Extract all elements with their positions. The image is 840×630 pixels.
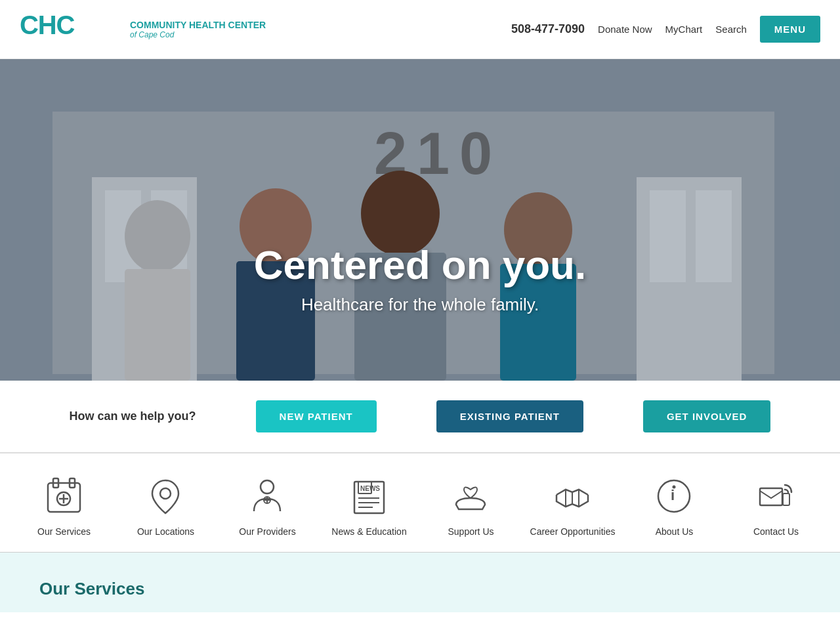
svg-point-25 <box>160 488 171 499</box>
hero-title: Centered on you. <box>158 242 682 288</box>
provider-icon <box>245 473 291 519</box>
our-services-section: Our Services <box>0 553 840 612</box>
phone-number: 508-477-7090 <box>511 22 585 36</box>
hero-section: 210 Centered on you. Healthcare for the … <box>0 59 840 381</box>
career-label: Career Opportunities <box>530 526 616 539</box>
new-patient-button[interactable]: NEW PATIENT <box>256 400 377 432</box>
nav-item-support-us[interactable]: Support Us <box>425 473 517 539</box>
svg-rect-39 <box>760 488 782 505</box>
site-header: CHC Community Health Center of Cape Cod … <box>0 0 840 59</box>
nav-item-career[interactable]: Career Opportunities <box>527 473 619 539</box>
contact-icon <box>753 473 799 519</box>
get-involved-button[interactable]: GET INVOLVED <box>643 400 771 432</box>
news-label: News & Education <box>331 526 406 539</box>
help-question: How can we help you? <box>70 410 196 423</box>
svg-rect-40 <box>783 494 789 505</box>
donate-link[interactable]: Donate Now <box>598 24 652 35</box>
svg-text:i: i <box>671 487 675 503</box>
nav-icons-section: Our Services Our Locations Our Providers <box>0 453 840 553</box>
search-link[interactable]: Search <box>715 24 747 35</box>
our-services-title: Our Services <box>39 579 801 599</box>
nav-item-contact-us[interactable]: Contact Us <box>730 473 822 539</box>
hero-text-block: Centered on you. Healthcare for the whol… <box>158 242 682 315</box>
career-icon <box>550 473 596 519</box>
support-icon <box>448 473 494 519</box>
about-icon: i <box>652 473 698 519</box>
contact-label: Contact Us <box>753 526 799 539</box>
mychart-link[interactable]: MyChart <box>665 24 703 35</box>
menu-button[interactable]: MENU <box>760 16 820 43</box>
svg-point-26 <box>261 480 274 494</box>
nav-item-our-providers[interactable]: Our Providers <box>222 473 314 539</box>
news-icon: NEWS <box>346 473 392 519</box>
logo-text-block: Community Health Center of Cape Cod <box>130 20 266 39</box>
nav-item-our-locations[interactable]: Our Locations <box>120 473 212 539</box>
svg-rect-18 <box>0 59 840 381</box>
nav-item-about-us[interactable]: i About Us <box>629 473 721 539</box>
svg-point-38 <box>673 485 676 488</box>
providers-label: Our Providers <box>239 526 295 539</box>
hero-subtitle: Healthcare for the whole family. <box>158 295 682 315</box>
logo-subtitle: of Cape Cod <box>130 30 266 39</box>
services-label: Our Services <box>37 526 91 539</box>
help-bar: How can we help you? NEW PATIENT EXISTIN… <box>0 381 840 453</box>
header-nav: 508-477-7090 Donate Now MyChart Search M… <box>511 16 820 43</box>
location-icon <box>143 473 189 519</box>
nav-item-our-services[interactable]: Our Services <box>18 473 110 539</box>
nav-item-news-education[interactable]: NEWS News & Education <box>324 473 415 539</box>
support-label: Support Us <box>448 526 494 539</box>
logo-title: Community Health Center <box>130 20 266 30</box>
locations-label: Our Locations <box>137 526 194 539</box>
existing-patient-button[interactable]: EXISTING PATIENT <box>436 400 583 432</box>
svg-text:CHC: CHC <box>20 10 74 39</box>
logo-chc: CHC <box>20 3 125 56</box>
about-label: About Us <box>656 526 694 539</box>
logo[interactable]: CHC Community Health Center of Cape Cod <box>20 3 266 56</box>
services-icon <box>41 473 87 519</box>
svg-text:NEWS: NEWS <box>360 485 380 492</box>
hero-image: 210 <box>0 59 840 381</box>
